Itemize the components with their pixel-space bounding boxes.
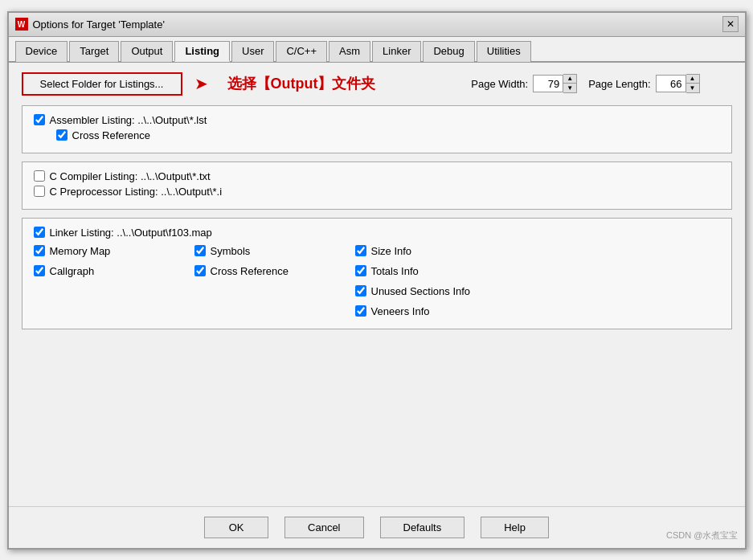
cancel-button[interactable]: Cancel (284, 517, 363, 538)
arrow-annotation: ➤ (194, 74, 208, 93)
c-compiler-checkbox[interactable] (34, 170, 45, 182)
c-compiler-label: C Compiler Listing: ..\..\Output\*.txt (50, 170, 211, 182)
c-preprocessor-label: C Preprocessor Listing: ..\..\Output\*.i (50, 186, 223, 198)
unused-sections-row: Unused Sections Info (355, 285, 532, 297)
title-bar: W Options for Target 'Template' ✕ (9, 13, 745, 37)
tab-user[interactable]: User (231, 41, 274, 62)
tab-cpp[interactable]: C/C++ (276, 41, 327, 62)
assembler-listing-label: Assembler Listing: ..\..\Output\*.lst (50, 114, 207, 126)
assembler-section: Assembler Listing: ..\..\Output\*.lst Cr… (22, 105, 732, 153)
callgraph-label: Callgraph (50, 265, 95, 277)
unused-sections-checkbox[interactable] (355, 285, 366, 296)
memory-map-label: Memory Map (50, 245, 111, 257)
memory-map-checkbox[interactable] (34, 245, 45, 256)
c-preprocessor-row: C Preprocessor Listing: ..\..\Output\*.i (34, 186, 720, 198)
linker-col-2: Symbols Cross Reference (194, 245, 355, 321)
page-width-input[interactable] (533, 75, 563, 92)
linker-col-3: Size Info Totals Info Unused Sections In… (355, 245, 532, 321)
linker-listing-row: Linker Listing: ..\..\Output\f103.map (34, 227, 720, 239)
assembler-listing-row: Assembler Listing: ..\..\Output\*.lst (34, 114, 720, 126)
page-controls: Page Width: ▲ ▼ Page Length: ▲ (471, 74, 699, 93)
page-width-label: Page Width: (471, 78, 528, 90)
page-width-up[interactable]: ▲ (563, 75, 576, 84)
tab-device[interactable]: Device (15, 41, 68, 62)
symbols-row: Symbols (194, 245, 355, 257)
content-area: Select Folder for Listings... ➤ 选择【Outpu… (9, 63, 745, 394)
veneers-info-checkbox[interactable] (355, 305, 366, 317)
symbols-checkbox[interactable] (194, 245, 206, 256)
size-info-checkbox[interactable] (355, 245, 366, 256)
annotation-text: 选择【Output】文件夹 (227, 74, 376, 93)
page-width-down[interactable]: ▼ (563, 84, 576, 92)
tab-listing[interactable]: Listing (174, 41, 230, 62)
veneers-info-label: Veneers Info (371, 305, 430, 317)
linker-options-grid: Memory Map Callgraph Symbols Cro (34, 245, 720, 321)
size-info-row: Size Info (355, 245, 532, 257)
totals-info-row: Totals Info (355, 265, 532, 277)
tab-output[interactable]: Output (121, 41, 173, 62)
tab-target[interactable]: Target (69, 41, 119, 62)
tab-utilities[interactable]: Utilities (477, 41, 531, 62)
assembler-crossref-label: Cross Reference (72, 129, 151, 141)
button-row: OK Cancel Defaults Help (9, 506, 745, 548)
dialog-title: Options for Target 'Template' (33, 18, 165, 31)
app-icon: W (15, 18, 28, 31)
assembler-crossref-row: Cross Reference (56, 129, 720, 141)
watermark: CSDN @水煮宝宝 (666, 529, 738, 542)
page-length-up[interactable]: ▲ (686, 75, 699, 84)
page-width-spinner[interactable]: ▲ ▼ (533, 74, 577, 93)
defaults-button[interactable]: Defaults (380, 517, 465, 538)
page-length-down[interactable]: ▼ (686, 84, 699, 92)
unused-sections-label: Unused Sections Info (371, 285, 471, 297)
linker-crossref-label: Cross Reference (211, 265, 289, 277)
top-row: Select Folder for Listings... ➤ 选择【Outpu… (22, 72, 732, 96)
memory-map-row: Memory Map (34, 245, 194, 257)
callgraph-checkbox[interactable] (34, 265, 45, 276)
tabs-row: Device Target Output Listing User C/C++ … (9, 37, 745, 63)
assembler-crossref-checkbox[interactable] (56, 129, 68, 141)
callgraph-row: Callgraph (34, 265, 194, 277)
page-width-group: Page Width: ▲ ▼ (471, 74, 577, 93)
linker-crossref-checkbox[interactable] (194, 265, 206, 276)
page-length-label: Page Length: (588, 78, 650, 90)
c-compiler-row: C Compiler Listing: ..\..\Output\*.txt (34, 170, 720, 182)
size-info-label: Size Info (371, 245, 412, 257)
select-folder-button[interactable]: Select Folder for Listings... (22, 72, 182, 96)
tab-debug[interactable]: Debug (423, 41, 474, 62)
linker-listing-label: Linker Listing: ..\..\Output\f103.map (50, 227, 212, 239)
page-length-group: Page Length: ▲ ▼ (588, 74, 699, 93)
page-length-input[interactable] (656, 75, 686, 92)
tab-linker[interactable]: Linker (372, 41, 421, 62)
c-preprocessor-checkbox[interactable] (34, 186, 45, 197)
linker-listing-checkbox[interactable] (34, 227, 45, 238)
page-length-spinner[interactable]: ▲ ▼ (656, 74, 700, 93)
linker-crossref-row: Cross Reference (194, 265, 355, 277)
linker-section: Linker Listing: ..\..\Output\f103.map Me… (22, 218, 732, 329)
help-button[interactable]: Help (481, 517, 549, 538)
ok-button[interactable]: OK (204, 517, 268, 538)
totals-info-checkbox[interactable] (355, 265, 366, 276)
veneers-info-row: Veneers Info (355, 305, 532, 317)
totals-info-label: Totals Info (371, 265, 419, 277)
assembler-listing-checkbox[interactable] (34, 114, 45, 125)
symbols-label: Symbols (211, 245, 251, 257)
linker-col-1: Memory Map Callgraph (34, 245, 194, 321)
compiler-section: C Compiler Listing: ..\..\Output\*.txt C… (22, 161, 732, 210)
dialog-window: W Options for Target 'Template' ✕ Device… (7, 11, 747, 550)
close-button[interactable]: ✕ (722, 16, 739, 32)
tab-asm[interactable]: Asm (329, 41, 370, 62)
